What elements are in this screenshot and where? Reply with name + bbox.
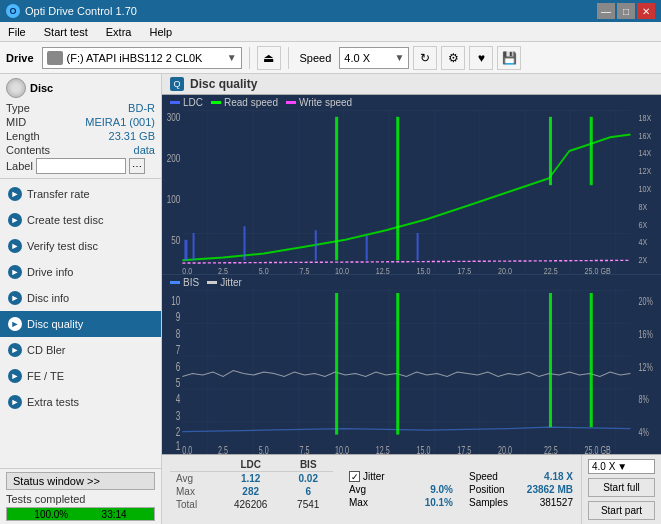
- nav-drive-info[interactable]: ► Drive info: [0, 259, 161, 285]
- save-button[interactable]: 💾: [497, 46, 521, 70]
- menu-extra[interactable]: Extra: [102, 25, 136, 39]
- speed-label: Speed: [300, 52, 332, 64]
- eject-button[interactable]: ⏏: [257, 46, 281, 70]
- svg-text:14X: 14X: [639, 147, 652, 158]
- nav-cd-bler[interactable]: ► CD Bler: [0, 337, 161, 363]
- nav-label-transfer: Transfer rate: [27, 188, 90, 200]
- nav-label-extra: Extra tests: [27, 396, 79, 408]
- svg-text:15.0: 15.0: [417, 445, 431, 454]
- svg-text:7: 7: [176, 344, 181, 357]
- svg-text:10.0: 10.0: [335, 445, 349, 454]
- refresh-button[interactable]: ↻: [413, 46, 437, 70]
- position-val: 23862 MB: [527, 484, 573, 495]
- disc-mid-key: MID: [6, 116, 26, 128]
- speed-dropdown-arrow: ▼: [394, 52, 404, 63]
- svg-text:12X: 12X: [639, 165, 652, 176]
- svg-text:4X: 4X: [639, 236, 648, 247]
- status-bar: Status window >> Tests completed 100.0% …: [0, 468, 161, 524]
- status-text: Tests completed: [6, 493, 155, 505]
- chart1-svg: 300 200 100 50 18X 16X 14X 12X 10X 8X 6X…: [162, 110, 661, 274]
- close-button[interactable]: ✕: [637, 3, 655, 19]
- maximize-button[interactable]: □: [617, 3, 635, 19]
- drive-dropdown-arrow: ▼: [227, 52, 237, 63]
- menu-start-test[interactable]: Start test: [40, 25, 92, 39]
- svg-text:2.5: 2.5: [218, 445, 228, 454]
- start-full-button[interactable]: Start full: [588, 478, 655, 497]
- svg-text:5.0: 5.0: [259, 445, 269, 454]
- svg-text:20%: 20%: [639, 296, 653, 308]
- speed-dropdown-stat[interactable]: 4.0 X ▼: [588, 459, 655, 474]
- disc-type-row: Type BD-R: [6, 102, 155, 114]
- speed-select[interactable]: 4.0 X ▼: [339, 47, 409, 69]
- avg-bis: 0.02: [283, 472, 333, 486]
- max-bis: 6: [283, 485, 333, 498]
- col-ldc: LDC: [218, 458, 284, 472]
- nav-transfer-rate[interactable]: ► Transfer rate: [0, 181, 161, 207]
- svg-text:12.5: 12.5: [376, 265, 390, 274]
- svg-rect-54: [396, 293, 399, 435]
- toolbar: Drive (F:) ATAPI iHBS112 2 CL0K ▼ ⏏ Spee…: [0, 42, 661, 74]
- progress-bar: 100.0% 33:14: [6, 507, 155, 521]
- svg-rect-16: [193, 233, 195, 260]
- jitter-avg-label: Avg: [349, 484, 366, 495]
- svg-text:8%: 8%: [639, 394, 649, 406]
- favorite-button[interactable]: ♥: [469, 46, 493, 70]
- nav-extra-tests[interactable]: ► Extra tests: [0, 389, 161, 415]
- progress-label: 100.0% 33:14: [7, 508, 154, 520]
- disc-title: Disc: [30, 82, 53, 94]
- disc-contents-row: Contents data: [6, 144, 155, 156]
- nav-verify-test-disc[interactable]: ► Verify test disc: [0, 233, 161, 259]
- total-ldc: 426206: [218, 498, 284, 511]
- svg-text:25.0 GB: 25.0 GB: [585, 265, 611, 274]
- svg-text:22.5: 22.5: [544, 265, 558, 274]
- menu-file[interactable]: File: [4, 25, 30, 39]
- start-part-button[interactable]: Start part: [588, 501, 655, 520]
- svg-text:50: 50: [171, 234, 180, 246]
- status-window-button[interactable]: Status window >>: [6, 472, 155, 490]
- jitter-checkbox[interactable]: ✓: [349, 471, 360, 482]
- svg-rect-56: [590, 293, 593, 427]
- nav-create-test-disc[interactable]: ► Create test disc: [0, 207, 161, 233]
- svg-text:7.5: 7.5: [299, 265, 309, 274]
- minimize-button[interactable]: —: [597, 3, 615, 19]
- nav-disc-info[interactable]: ► Disc info: [0, 285, 161, 311]
- disc-type-key: Type: [6, 102, 30, 114]
- stats-table: LDC BIS Avg 1.12 0.02 Max 282: [162, 455, 341, 524]
- bis-legend-label: BIS: [183, 277, 199, 288]
- svg-text:2: 2: [176, 426, 181, 439]
- nav-fe-te[interactable]: ► FE / TE: [0, 363, 161, 389]
- charts-container: LDC Read speed Write speed: [162, 95, 661, 454]
- nav-disc-quality[interactable]: ► Disc quality: [0, 311, 161, 337]
- jitter-legend-label: Jitter: [220, 277, 242, 288]
- svg-rect-18: [315, 230, 317, 260]
- write-speed-legend-label: Write speed: [299, 97, 352, 108]
- total-bis: 7541: [283, 498, 333, 511]
- settings-button[interactable]: ⚙: [441, 46, 465, 70]
- chart1-legend: LDC Read speed Write speed: [162, 95, 661, 110]
- svg-text:8X: 8X: [639, 201, 648, 212]
- svg-text:7.5: 7.5: [299, 445, 309, 454]
- svg-text:0.0: 0.0: [182, 445, 192, 454]
- svg-rect-24: [590, 117, 593, 185]
- disc-mid-row: MID MEIRA1 (001): [6, 116, 155, 128]
- svg-rect-17: [243, 226, 245, 260]
- svg-text:22.5: 22.5: [544, 445, 558, 454]
- label-input[interactable]: [36, 158, 126, 174]
- label-row: Label ⋯: [6, 158, 155, 174]
- svg-rect-23: [549, 117, 552, 185]
- svg-text:20.0: 20.0: [498, 265, 512, 274]
- chart-header: Q Disc quality: [162, 74, 661, 95]
- nav-icon-verify: ►: [8, 239, 22, 253]
- nav-icon-create: ►: [8, 213, 22, 227]
- svg-rect-1: [182, 110, 630, 274]
- svg-text:3: 3: [176, 409, 181, 422]
- speed-dropdown-arrow: ▼: [617, 461, 627, 472]
- menu-help[interactable]: Help: [145, 25, 176, 39]
- svg-text:6: 6: [176, 360, 181, 373]
- window-controls: — □ ✕: [597, 3, 655, 19]
- jitter-legend-dot: [207, 281, 217, 284]
- drive-select[interactable]: (F:) ATAPI iHBS112 2 CL0K ▼: [42, 47, 242, 69]
- stats-avg-row: Avg 1.12 0.02: [170, 472, 333, 486]
- nav-label-disc-info: Disc info: [27, 292, 69, 304]
- label-button[interactable]: ⋯: [129, 158, 145, 174]
